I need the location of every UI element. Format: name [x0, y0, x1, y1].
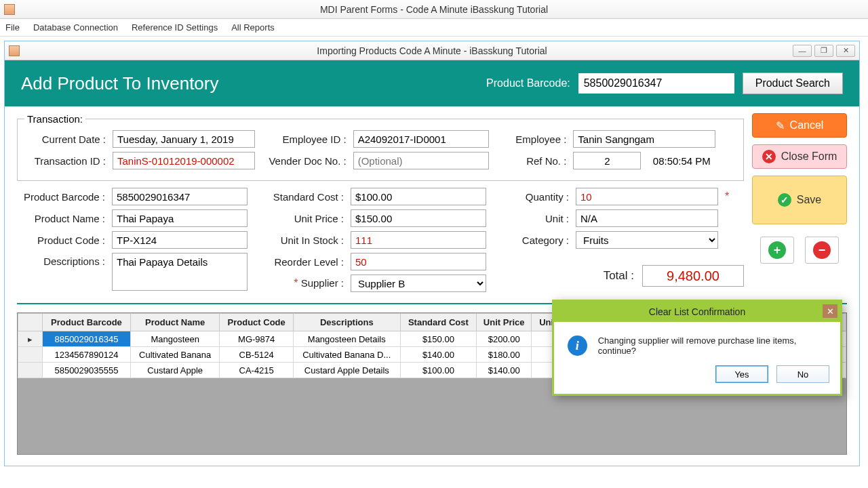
transaction-id-label: Transaction ID :	[24, 155, 106, 167]
menu-file[interactable]: File	[5, 22, 20, 33]
clear-list-dialog: Clear List Confirmation ✕ i Changing sup…	[552, 300, 842, 396]
prod-name-label: Product Name :	[17, 213, 105, 224]
unit-field[interactable]	[576, 209, 718, 227]
menu-ref-id-settings[interactable]: Reference ID Settings	[132, 22, 218, 33]
info-icon: i	[568, 336, 587, 356]
add-row-button[interactable]: +	[760, 237, 794, 264]
reorder-field[interactable]	[351, 253, 486, 270]
desc-label: Descriptions :	[17, 253, 105, 267]
page-title: Add Product To Inventory	[21, 73, 218, 94]
app-titlebar: MDI Parent Forms - Code A Minute iBassku…	[0, 0, 868, 19]
unit-stock-field[interactable]	[351, 231, 486, 249]
std-cost-label: Standard Cost :	[262, 191, 344, 203]
unit-label: Unit :	[508, 213, 569, 224]
barcode-search-input[interactable]	[578, 73, 734, 94]
col-desc[interactable]: Descriptions	[293, 314, 400, 331]
category-select[interactable]: Fruits	[576, 231, 718, 249]
dialog-title: Clear List Confirmation ✕	[554, 302, 840, 322]
prod-barcode-field[interactable]	[112, 188, 248, 205]
app-title: MDI Parent Forms - Code A Minute iBassku…	[320, 4, 548, 15]
child-titlebar: Importing Products Code A Minute - iBass…	[5, 41, 859, 60]
employee-field	[573, 130, 715, 148]
transaction-id-field	[113, 152, 255, 169]
total-label: Total :	[604, 269, 634, 283]
col-unit[interactable]: Unit Price	[477, 314, 532, 331]
employee-label: Employee :	[505, 134, 566, 145]
total-value: 9,480.00	[642, 265, 744, 287]
close-button[interactable]: ✕	[836, 45, 855, 57]
save-button[interactable]: ✓ Save	[752, 176, 847, 224]
dialog-close-button[interactable]: ✕	[823, 304, 837, 318]
employee-id-field	[353, 130, 489, 148]
minimize-button[interactable]: —	[793, 45, 812, 57]
col-std[interactable]: Standard Cost	[400, 314, 476, 331]
page-header: Add Product To Inventory Product Barcode…	[5, 60, 859, 106]
prod-code-field[interactable]	[112, 231, 248, 249]
child-icon	[9, 45, 20, 56]
minus-icon: −	[813, 241, 831, 259]
menubar: File Database Connection Reference ID Se…	[0, 19, 868, 37]
plus-icon: +	[768, 241, 786, 259]
unit-stock-label: Unit In Stock :	[262, 235, 344, 246]
col-code[interactable]: Product Code	[220, 314, 293, 331]
cancel-button[interactable]: ✎ Cancel	[752, 113, 847, 138]
prod-name-field[interactable]	[112, 209, 248, 227]
dialog-message: Changing supplier will remove purchase l…	[598, 336, 827, 356]
quantity-field[interactable]	[576, 188, 718, 205]
time-display: 08:50:54 PM	[648, 155, 715, 167]
prod-code-label: Product Code :	[17, 235, 105, 246]
current-date-label: Current Date :	[24, 134, 106, 145]
check-icon: ✓	[778, 193, 791, 207]
supplier-label: * Supplier :	[262, 277, 344, 289]
app-icon	[4, 4, 15, 15]
dialog-yes-button[interactable]: Yes	[715, 365, 768, 383]
col-barcode[interactable]: Product Barcode	[43, 314, 131, 331]
transaction-group: Transaction: Current Date : Transaction …	[17, 113, 744, 181]
category-label: Category :	[508, 235, 569, 246]
maximize-button[interactable]: ❐	[814, 45, 833, 57]
employee-id-label: Employee ID :	[265, 134, 347, 145]
unit-price-field[interactable]	[351, 209, 486, 227]
unit-price-label: Unit Price :	[262, 213, 344, 224]
child-title: Importing Products Code A Minute - iBass…	[317, 45, 547, 56]
desc-field[interactable]: Thai Papaya Details	[112, 253, 248, 291]
ref-no-label: Ref No. :	[505, 155, 566, 167]
vendor-doc-field[interactable]	[353, 152, 489, 169]
current-date-field	[113, 130, 255, 148]
barcode-label: Product Barcode:	[486, 77, 570, 89]
close-form-button[interactable]: ✕ Close Form	[752, 144, 847, 169]
product-search-button[interactable]: Product Search	[743, 73, 843, 94]
vendor-doc-label: Vender Doc No. :	[265, 155, 347, 167]
reorder-label: Reorder Level :	[262, 256, 344, 268]
child-window: Importing Products Code A Minute - iBass…	[4, 41, 860, 466]
menu-db-connection[interactable]: Database Connection	[33, 22, 118, 33]
supplier-select[interactable]: Supplier B	[351, 274, 486, 292]
menu-all-reports[interactable]: All Reports	[231, 22, 275, 33]
quantity-label: Quantity :	[508, 191, 569, 203]
remove-row-button[interactable]: −	[805, 237, 839, 264]
pencil-icon: ✎	[776, 119, 785, 132]
std-cost-field[interactable]	[351, 188, 486, 205]
x-icon: ✕	[762, 150, 776, 163]
dialog-no-button[interactable]: No	[776, 365, 829, 383]
col-name[interactable]: Product Name	[130, 314, 220, 331]
required-icon: *	[725, 190, 729, 203]
transaction-legend: Transaction:	[24, 113, 85, 125]
ref-no-field	[573, 152, 641, 169]
prod-barcode-label: Product Barcode :	[17, 191, 105, 203]
